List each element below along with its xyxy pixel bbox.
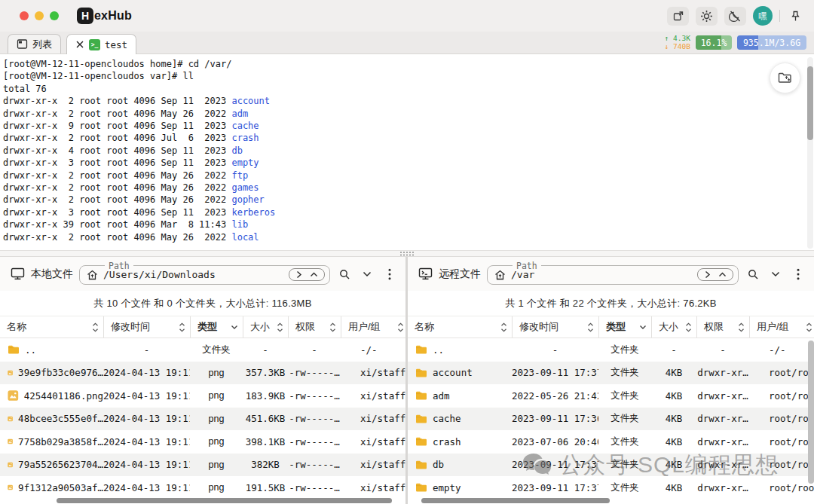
file-permissions-cell: -rw-----… bbox=[288, 482, 341, 493]
file-type-cell: png bbox=[190, 368, 243, 378]
tab-list[interactable]: 列表 bbox=[8, 34, 61, 53]
table-row[interactable]: cache2023-09-11 17:36文件夹4KBdrwxr-xr…root… bbox=[408, 408, 814, 431]
user-avatar[interactable]: 嘿 bbox=[753, 6, 773, 26]
folder-icon bbox=[8, 344, 20, 355]
path-input[interactable]: Path /Users/xi/Downloads bbox=[79, 261, 330, 285]
file-name: 48bcee3c555e0f… bbox=[18, 413, 103, 424]
path-value[interactable]: /var bbox=[511, 269, 692, 280]
file-owner-cell: xi/staff bbox=[341, 482, 405, 493]
column-header-type[interactable]: 类型 bbox=[598, 316, 651, 338]
table-row[interactable]: 39e9fb33c0e976…2024-04-13 19:11png357.3K… bbox=[0, 362, 405, 385]
terminal-icon: >_ bbox=[89, 39, 100, 50]
file-owner-cell: root/root bbox=[749, 482, 814, 493]
table-row[interactable]: 48bcee3c555e0f…2024-04-13 19:11png451.6K… bbox=[0, 408, 405, 431]
terminal-directory-name: adm bbox=[231, 108, 248, 119]
app-logo: H exHub bbox=[77, 8, 132, 24]
column-header-size[interactable]: 大小 bbox=[651, 316, 696, 338]
tab-terminal-test[interactable]: >_ test bbox=[66, 34, 136, 54]
table-row[interactable]: 9f1312a90503af…2024-04-13 19:11png191.5K… bbox=[0, 476, 405, 499]
pin-icon bbox=[790, 11, 801, 22]
chevron-down-icon bbox=[771, 271, 780, 277]
terminal-scrollbar[interactable] bbox=[807, 57, 813, 249]
theme-toggle-button[interactable] bbox=[724, 7, 746, 26]
search-button[interactable] bbox=[336, 266, 353, 283]
parent-directory-icon[interactable] bbox=[310, 271, 318, 278]
file-owner-cell: root/root bbox=[749, 390, 814, 402]
column-header-size[interactable]: 大小 bbox=[243, 316, 288, 338]
file-transfer-toggle-button[interactable] bbox=[770, 63, 800, 93]
terminal-scrollbar-thumb[interactable] bbox=[807, 66, 813, 140]
folder-icon bbox=[415, 368, 427, 378]
home-icon[interactable] bbox=[494, 270, 506, 280]
file-type-cell: 文件夹 bbox=[598, 366, 651, 379]
session-stats: ↑ 4.3K ↓ 740B 16.1% 935.1M/3.6G bbox=[665, 35, 806, 53]
pin-button[interactable] bbox=[787, 8, 803, 24]
horizontal-splitter[interactable] bbox=[0, 250, 814, 257]
home-icon[interactable] bbox=[87, 270, 98, 280]
file-owner-cell: root/root bbox=[749, 367, 814, 378]
terminal-line: [root@VM-12-11-opencloudos home]# cd /va… bbox=[3, 58, 803, 70]
file-table: ..-文件夹---/-39e9fb33c0e976…2024-04-13 19:… bbox=[0, 338, 405, 504]
column-header-owner[interactable]: 用户/组 bbox=[341, 316, 405, 338]
column-header-mtime[interactable]: 修改时间 bbox=[103, 316, 190, 338]
new-window-button[interactable] bbox=[667, 7, 689, 26]
table-row[interactable]: 7758b029a3858f…2024-04-13 19:11png398.1K… bbox=[0, 430, 405, 454]
path-value[interactable]: /Users/xi/Downloads bbox=[103, 269, 283, 280]
go-icon[interactable] bbox=[295, 270, 302, 279]
terminal-line: drwxr-xr-x 3 root root 4096 Sep 11 2023 … bbox=[3, 206, 803, 218]
search-button[interactable] bbox=[745, 266, 761, 283]
horizontal-scrollbar-thumb[interactable] bbox=[421, 498, 610, 503]
file-permissions-cell: - bbox=[696, 344, 749, 356]
table-row[interactable]: ..-文件夹---/- bbox=[0, 338, 405, 362]
settings-button[interactable] bbox=[696, 7, 718, 26]
column-label: 大小 bbox=[659, 320, 678, 334]
maximize-window-button[interactable] bbox=[50, 11, 59, 20]
terminal-pane[interactable]: [root@VM-12-11-opencloudos home]# cd /va… bbox=[0, 54, 814, 250]
table-row[interactable]: db2023-09-11 17:37文件夹4KBdrwxr-xr…root/ro… bbox=[408, 454, 814, 477]
vertical-scrollbar-thumb[interactable] bbox=[808, 341, 814, 484]
column-header-perm[interactable]: 权限 bbox=[288, 316, 341, 338]
file-type-cell: png bbox=[190, 460, 243, 470]
column-header-type[interactable]: 类型 bbox=[190, 316, 243, 338]
terminal-line: total 76 bbox=[3, 83, 803, 95]
file-name-cell: 39e9fb33c0e976… bbox=[0, 367, 103, 379]
column-header-mtime[interactable]: 修改时间 bbox=[512, 316, 598, 338]
close-window-button[interactable] bbox=[20, 11, 29, 20]
table-row[interactable]: account2023-09-11 17:37文件夹4KBdrwxr-xr…ro… bbox=[408, 362, 814, 385]
parent-directory-icon[interactable] bbox=[718, 271, 727, 278]
app-name: exHub bbox=[94, 9, 132, 23]
table-row[interactable]: 4254401186.png2024-04-13 19:11png183.9KB… bbox=[0, 384, 405, 408]
file-owner-cell: xi/staff bbox=[341, 436, 405, 447]
file-size-cell: 451.6KB bbox=[243, 413, 288, 424]
path-input[interactable]: Path /var bbox=[487, 261, 739, 285]
file-name-cell: 9f1312a90503af… bbox=[0, 481, 103, 493]
file-owner-cell: root/root bbox=[749, 459, 814, 470]
minimize-window-button[interactable] bbox=[35, 11, 44, 20]
go-icon[interactable] bbox=[704, 270, 711, 279]
panel-menu-button[interactable] bbox=[381, 266, 398, 283]
file-size-cell: 4KB bbox=[651, 482, 696, 493]
table-row[interactable]: crash2023-07-06 20:40文件夹4KBdrwxr-xr…root… bbox=[408, 430, 814, 454]
sort-icon bbox=[92, 322, 99, 332]
column-header-name[interactable]: 名称 bbox=[0, 316, 103, 338]
table-row[interactable]: empty2023-09-11 17:37文件夹4KBdrwxr-xr…root… bbox=[408, 476, 814, 499]
column-header-perm[interactable]: 权限 bbox=[696, 316, 749, 338]
table-row[interactable]: 79a55265623704…2024-04-13 19:11png382KB-… bbox=[0, 454, 405, 477]
file-name-cell: 79a55265623704… bbox=[0, 459, 103, 471]
table-row[interactable]: ..-文件夹---/- bbox=[408, 338, 814, 362]
horizontal-scrollbar-thumb[interactable] bbox=[57, 498, 392, 503]
table-row[interactable]: adm2022-05-26 21:42文件夹4KBdrwxr-xr…root/r… bbox=[408, 384, 814, 408]
panel-title: 远程文件 bbox=[439, 267, 481, 281]
file-name: adm bbox=[433, 390, 450, 402]
file-size-cell: 4KB bbox=[651, 459, 696, 470]
panel-menu-button[interactable] bbox=[790, 266, 806, 283]
column-header-name[interactable]: 名称 bbox=[408, 316, 512, 338]
close-icon[interactable] bbox=[75, 40, 84, 49]
column-header-owner[interactable]: 用户/组 bbox=[749, 316, 814, 338]
terminal-directory-name: kerberos bbox=[231, 207, 275, 218]
column-label: 名称 bbox=[7, 320, 26, 334]
path-actions bbox=[697, 268, 733, 281]
panel-collapse-button[interactable] bbox=[359, 266, 375, 283]
gear-icon bbox=[700, 10, 713, 23]
panel-collapse-button[interactable] bbox=[767, 266, 784, 283]
